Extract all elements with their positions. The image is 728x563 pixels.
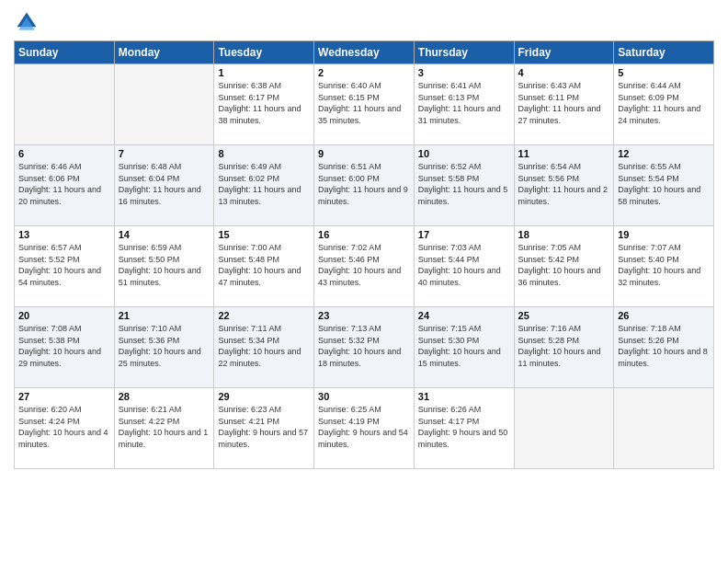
day-number: 9 bbox=[318, 148, 410, 159]
calendar-cell bbox=[614, 388, 714, 469]
day-detail: Sunrise: 7:18 AMSunset: 5:26 PMDaylight:… bbox=[618, 323, 710, 369]
calendar-cell: 22Sunrise: 7:11 AMSunset: 5:34 PMDayligh… bbox=[214, 307, 314, 388]
day-detail: Sunrise: 6:57 AMSunset: 5:52 PMDaylight:… bbox=[18, 242, 110, 288]
calendar-cell: 9Sunrise: 6:51 AMSunset: 6:00 PMDaylight… bbox=[314, 145, 415, 226]
calendar-cell: 18Sunrise: 7:05 AMSunset: 5:42 PMDayligh… bbox=[514, 226, 614, 307]
day-number: 18 bbox=[518, 229, 610, 240]
calendar-cell: 31Sunrise: 6:26 AMSunset: 4:17 PMDayligh… bbox=[414, 388, 514, 469]
day-number: 15 bbox=[218, 229, 310, 240]
calendar-cell: 17Sunrise: 7:03 AMSunset: 5:44 PMDayligh… bbox=[414, 226, 514, 307]
calendar-cell: 6Sunrise: 6:46 AMSunset: 6:06 PMDaylight… bbox=[15, 145, 115, 226]
day-number: 1 bbox=[218, 67, 310, 78]
day-number: 6 bbox=[18, 148, 110, 159]
calendar-cell: 3Sunrise: 6:41 AMSunset: 6:13 PMDaylight… bbox=[414, 64, 514, 145]
day-detail: Sunrise: 6:44 AMSunset: 6:09 PMDaylight:… bbox=[618, 80, 710, 126]
calendar-cell: 30Sunrise: 6:25 AMSunset: 4:19 PMDayligh… bbox=[314, 388, 415, 469]
day-detail: Sunrise: 6:26 AMSunset: 4:17 PMDaylight:… bbox=[418, 404, 510, 450]
day-number: 8 bbox=[218, 148, 310, 159]
day-detail: Sunrise: 6:41 AMSunset: 6:13 PMDaylight:… bbox=[418, 80, 510, 126]
day-number: 26 bbox=[618, 310, 710, 321]
day-detail: Sunrise: 6:49 AMSunset: 6:02 PMDaylight:… bbox=[218, 161, 310, 207]
day-detail: Sunrise: 6:46 AMSunset: 6:06 PMDaylight:… bbox=[18, 161, 110, 207]
day-number: 27 bbox=[18, 391, 110, 402]
day-detail: Sunrise: 6:48 AMSunset: 6:04 PMDaylight:… bbox=[119, 161, 210, 207]
day-detail: Sunrise: 7:16 AMSunset: 5:28 PMDaylight:… bbox=[518, 323, 610, 369]
day-detail: Sunrise: 7:10 AMSunset: 5:36 PMDaylight:… bbox=[119, 323, 210, 369]
col-header-wednesday: Wednesday bbox=[314, 41, 415, 64]
calendar-cell: 26Sunrise: 7:18 AMSunset: 5:26 PMDayligh… bbox=[614, 307, 714, 388]
calendar-cell: 19Sunrise: 7:07 AMSunset: 5:40 PMDayligh… bbox=[614, 226, 714, 307]
day-number: 17 bbox=[418, 229, 510, 240]
day-number: 23 bbox=[318, 310, 410, 321]
day-number: 22 bbox=[218, 310, 310, 321]
col-header-friday: Friday bbox=[514, 41, 614, 64]
day-number: 20 bbox=[18, 310, 110, 321]
calendar-table: SundayMondayTuesdayWednesdayThursdayFrid… bbox=[14, 40, 714, 469]
calendar-cell bbox=[514, 388, 614, 469]
day-number: 24 bbox=[418, 310, 510, 321]
logo-icon bbox=[14, 9, 40, 35]
calendar-cell: 5Sunrise: 6:44 AMSunset: 6:09 PMDaylight… bbox=[614, 64, 714, 145]
day-number: 29 bbox=[218, 391, 310, 402]
calendar-cell: 8Sunrise: 6:49 AMSunset: 6:02 PMDaylight… bbox=[214, 145, 314, 226]
calendar-cell: 7Sunrise: 6:48 AMSunset: 6:04 PMDaylight… bbox=[114, 145, 214, 226]
col-header-tuesday: Tuesday bbox=[214, 41, 314, 64]
col-header-saturday: Saturday bbox=[614, 41, 714, 64]
day-number: 10 bbox=[418, 148, 510, 159]
calendar-cell: 1Sunrise: 6:38 AMSunset: 6:17 PMDaylight… bbox=[214, 64, 314, 145]
calendar-cell: 29Sunrise: 6:23 AMSunset: 4:21 PMDayligh… bbox=[214, 388, 314, 469]
calendar-week-row: 6Sunrise: 6:46 AMSunset: 6:06 PMDaylight… bbox=[15, 145, 714, 226]
day-number: 21 bbox=[119, 310, 210, 321]
calendar-week-row: 27Sunrise: 6:20 AMSunset: 4:24 PMDayligh… bbox=[15, 388, 714, 469]
page: SundayMondayTuesdayWednesdayThursdayFrid… bbox=[0, 0, 728, 563]
day-detail: Sunrise: 7:03 AMSunset: 5:44 PMDaylight:… bbox=[418, 242, 510, 288]
day-detail: Sunrise: 6:43 AMSunset: 6:11 PMDaylight:… bbox=[518, 80, 610, 126]
header bbox=[14, 9, 714, 35]
day-detail: Sunrise: 7:13 AMSunset: 5:32 PMDaylight:… bbox=[318, 323, 410, 369]
calendar-cell: 12Sunrise: 6:55 AMSunset: 5:54 PMDayligh… bbox=[614, 145, 714, 226]
day-detail: Sunrise: 6:38 AMSunset: 6:17 PMDaylight:… bbox=[218, 80, 310, 126]
calendar-cell: 27Sunrise: 6:20 AMSunset: 4:24 PMDayligh… bbox=[15, 388, 115, 469]
day-detail: Sunrise: 6:40 AMSunset: 6:15 PMDaylight:… bbox=[318, 80, 410, 126]
calendar-week-row: 1Sunrise: 6:38 AMSunset: 6:17 PMDaylight… bbox=[15, 64, 714, 145]
day-detail: Sunrise: 7:08 AMSunset: 5:38 PMDaylight:… bbox=[18, 323, 110, 369]
day-number: 3 bbox=[418, 67, 510, 78]
day-detail: Sunrise: 7:05 AMSunset: 5:42 PMDaylight:… bbox=[518, 242, 610, 288]
day-number: 13 bbox=[18, 229, 110, 240]
day-number: 5 bbox=[618, 67, 710, 78]
day-number: 30 bbox=[318, 391, 410, 402]
day-detail: Sunrise: 6:23 AMSunset: 4:21 PMDaylight:… bbox=[218, 404, 310, 450]
col-header-thursday: Thursday bbox=[414, 41, 514, 64]
day-detail: Sunrise: 6:59 AMSunset: 5:50 PMDaylight:… bbox=[119, 242, 210, 288]
logo bbox=[14, 9, 43, 35]
day-number: 11 bbox=[518, 148, 610, 159]
col-header-monday: Monday bbox=[114, 41, 214, 64]
calendar-cell: 10Sunrise: 6:52 AMSunset: 5:58 PMDayligh… bbox=[414, 145, 514, 226]
calendar-cell: 15Sunrise: 7:00 AMSunset: 5:48 PMDayligh… bbox=[214, 226, 314, 307]
calendar-week-row: 13Sunrise: 6:57 AMSunset: 5:52 PMDayligh… bbox=[15, 226, 714, 307]
day-number: 28 bbox=[119, 391, 210, 402]
calendar-cell: 2Sunrise: 6:40 AMSunset: 6:15 PMDaylight… bbox=[314, 64, 415, 145]
day-number: 14 bbox=[119, 229, 210, 240]
calendar-cell: 21Sunrise: 7:10 AMSunset: 5:36 PMDayligh… bbox=[114, 307, 214, 388]
calendar-cell: 20Sunrise: 7:08 AMSunset: 5:38 PMDayligh… bbox=[15, 307, 115, 388]
day-detail: Sunrise: 7:07 AMSunset: 5:40 PMDaylight:… bbox=[618, 242, 710, 288]
day-detail: Sunrise: 6:54 AMSunset: 5:56 PMDaylight:… bbox=[518, 161, 610, 207]
day-detail: Sunrise: 6:51 AMSunset: 6:00 PMDaylight:… bbox=[318, 161, 410, 207]
day-detail: Sunrise: 6:52 AMSunset: 5:58 PMDaylight:… bbox=[418, 161, 510, 207]
day-number: 2 bbox=[318, 67, 410, 78]
calendar-week-row: 20Sunrise: 7:08 AMSunset: 5:38 PMDayligh… bbox=[15, 307, 714, 388]
day-number: 31 bbox=[418, 391, 510, 402]
calendar-cell: 14Sunrise: 6:59 AMSunset: 5:50 PMDayligh… bbox=[114, 226, 214, 307]
day-detail: Sunrise: 6:21 AMSunset: 4:22 PMDaylight:… bbox=[119, 404, 210, 450]
day-detail: Sunrise: 6:25 AMSunset: 4:19 PMDaylight:… bbox=[318, 404, 410, 450]
day-number: 7 bbox=[119, 148, 210, 159]
calendar-cell: 13Sunrise: 6:57 AMSunset: 5:52 PMDayligh… bbox=[15, 226, 115, 307]
day-number: 16 bbox=[318, 229, 410, 240]
day-number: 25 bbox=[518, 310, 610, 321]
day-detail: Sunrise: 7:15 AMSunset: 5:30 PMDaylight:… bbox=[418, 323, 510, 369]
day-number: 19 bbox=[618, 229, 710, 240]
calendar-cell: 4Sunrise: 6:43 AMSunset: 6:11 PMDaylight… bbox=[514, 64, 614, 145]
day-detail: Sunrise: 6:55 AMSunset: 5:54 PMDaylight:… bbox=[618, 161, 710, 207]
calendar-header-row: SundayMondayTuesdayWednesdayThursdayFrid… bbox=[15, 41, 714, 64]
